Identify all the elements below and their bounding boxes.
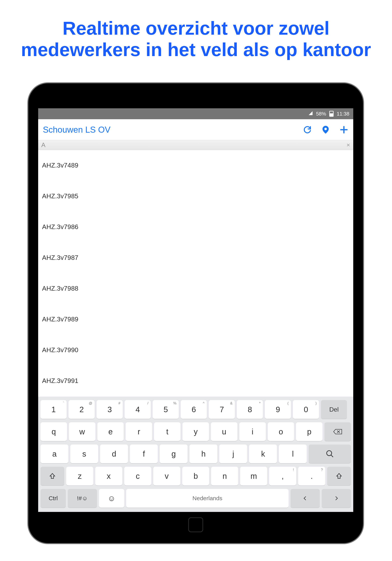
key-space[interactable]: Nederlands (126, 489, 289, 508)
key-backspace[interactable] (324, 422, 351, 441)
android-status-bar: 58% 11:38 (38, 108, 353, 119)
key-emoji[interactable]: ☺ (99, 489, 124, 508)
page-headline: Realtime overzicht voor zowel medewerker… (0, 0, 392, 61)
key-search[interactable] (309, 444, 351, 463)
key-d[interactable]: d (100, 444, 128, 463)
add-icon[interactable] (339, 125, 349, 134)
key-shift-right[interactable] (327, 467, 351, 485)
list-item[interactable]: AHZ.3v7986 (38, 212, 353, 242)
key-o[interactable]: o (268, 422, 294, 441)
page-title: Schouwen LS OV (43, 125, 303, 135)
key-y[interactable]: y (182, 422, 209, 441)
key-u[interactable]: u (211, 422, 237, 441)
key-arrow-right[interactable] (322, 489, 351, 508)
key-f[interactable]: f (130, 444, 158, 463)
key-e[interactable]: e (97, 422, 124, 441)
key-b[interactable]: b (182, 467, 209, 485)
svg-point-0 (324, 128, 327, 130)
key-q[interactable]: q (41, 422, 67, 441)
list-item[interactable]: AHZ.3v7985 (38, 181, 353, 212)
appbar-actions (303, 125, 349, 134)
key-x[interactable]: x (95, 467, 122, 485)
key-row-numbers: 1` 2@ 3# 4/ 5% 6^ 7& 8* 9( 0) Del (40, 400, 352, 419)
key-row-bottom: Ctrl !#☺ ☺ Nederlands (40, 489, 352, 508)
app-bar: Schouwen LS OV (38, 119, 353, 140)
key-j[interactable]: j (219, 444, 247, 463)
key-8[interactable]: 8* (237, 400, 263, 419)
key-s[interactable]: s (70, 444, 98, 463)
key-w[interactable]: w (69, 422, 95, 441)
key-m[interactable]: m (240, 467, 267, 485)
key-l[interactable]: l (279, 444, 307, 463)
key-row-asdf: a s d f g h j k l (40, 444, 352, 463)
key-i[interactable]: i (239, 422, 266, 441)
clock-time: 11:38 (337, 111, 349, 117)
key-7[interactable]: 7& (209, 400, 235, 419)
key-a[interactable]: a (41, 444, 68, 463)
key-4[interactable]: 4/ (125, 400, 151, 419)
key-2[interactable]: 2@ (69, 400, 95, 419)
signal-icon (308, 111, 313, 117)
tablet-device: 58% 11:38 Schouwen LS OV (28, 83, 363, 543)
key-p[interactable]: p (296, 422, 322, 441)
battery-icon (329, 111, 334, 117)
key-g[interactable]: g (160, 444, 188, 463)
key-r[interactable]: r (126, 422, 152, 441)
screen: 58% 11:38 Schouwen LS OV (38, 108, 353, 512)
key-comma[interactable]: ,! (269, 467, 296, 485)
key-9[interactable]: 9( (265, 400, 291, 419)
list-item[interactable]: AHZ.3v7990 (38, 335, 353, 366)
location-icon[interactable] (321, 125, 330, 134)
key-shift-left[interactable] (41, 467, 64, 485)
list-item[interactable]: AHZ.3v7987 (38, 242, 353, 273)
svg-line-6 (331, 455, 333, 457)
key-row-qwerty: q w e r t y u i o p (40, 422, 352, 441)
tablet-bezel: 58% 11:38 Schouwen LS OV (28, 83, 363, 543)
key-k[interactable]: k (249, 444, 277, 463)
list-item[interactable]: AHZ.3v7991 (38, 366, 353, 396)
key-z[interactable]: z (66, 467, 93, 485)
key-v[interactable]: v (153, 467, 180, 485)
index-letter: A (41, 141, 45, 149)
key-period[interactable]: .? (298, 467, 325, 485)
key-row-zxc: z x c v b n m ,! .? (40, 467, 352, 485)
clear-icon[interactable]: × (346, 141, 350, 149)
list-item[interactable]: AHZ.3v7989 (38, 304, 353, 335)
refresh-icon[interactable] (303, 125, 312, 134)
key-t[interactable]: t (154, 422, 180, 441)
key-arrow-left[interactable] (291, 489, 320, 508)
battery-percent: 58% (316, 111, 326, 117)
key-0[interactable]: 0) (293, 400, 319, 419)
key-c[interactable]: c (124, 467, 151, 485)
soft-keyboard: 1` 2@ 3# 4/ 5% 6^ 7& 8* 9( 0) Del q w e … (38, 397, 353, 512)
key-symbols[interactable]: !#☺ (68, 489, 97, 508)
key-n[interactable]: n (211, 467, 238, 485)
key-6[interactable]: 6^ (181, 400, 207, 419)
list-item[interactable]: AHZ.3v7489 (38, 150, 353, 181)
list-item[interactable]: AHZ.3v7988 (38, 273, 353, 304)
key-3[interactable]: 3# (96, 400, 123, 419)
key-h[interactable]: h (190, 444, 217, 463)
svg-point-5 (327, 451, 332, 456)
key-del[interactable]: Del (321, 400, 347, 419)
search-index-bar[interactable]: A × (38, 140, 353, 150)
key-1[interactable]: 1` (41, 400, 67, 419)
key-ctrl[interactable]: Ctrl (41, 489, 66, 508)
results-list: AHZ.3v7489 AHZ.3v7985 AHZ.3v7986 AHZ.3v7… (38, 150, 353, 397)
key-5[interactable]: 5% (153, 400, 179, 419)
